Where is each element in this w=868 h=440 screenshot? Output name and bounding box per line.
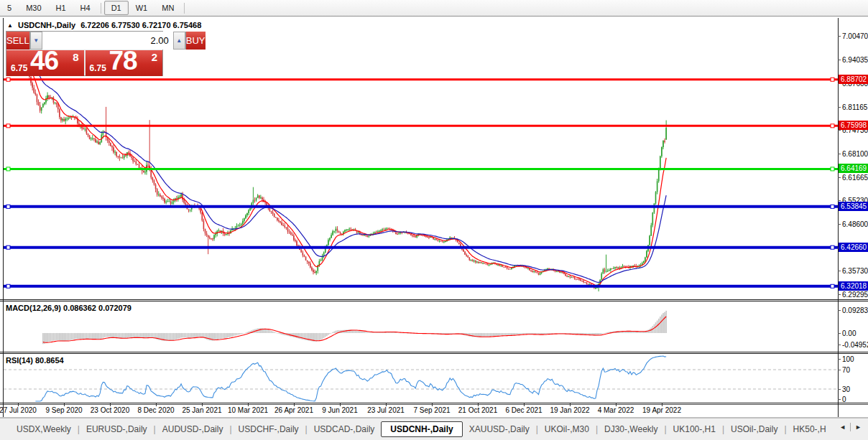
price-axis-tick: 6.48600 [842,220,868,228]
date-axis-label: 19 Jan 2022 [550,406,589,414]
price-axis-tickmark [838,154,841,154]
panel-separator [0,353,868,354]
date-axis-label: 4 Mar 2022 [598,406,634,414]
chart-tab-dj30-weekly[interactable]: DJ30-,Weekly [598,424,664,434]
timeframe-bar: 5M30H1H4D1W1MN [0,0,868,17]
chart-tab-hk50-h[interactable]: HK50-,H [787,424,833,434]
date-axis-label: 10 Mar 2021 [228,406,268,414]
price-axis-tickmark [838,271,841,271]
chart-tab-uk100-h1[interactable]: UK100-,H1 [667,424,722,434]
sell-price-big: 46 [30,50,58,76]
panel-separator [0,301,868,301]
indicator-axis-tickmark [838,399,841,400]
price-axis-tickmark [838,130,841,131]
indicator-axis-tick: 0 [842,395,846,403]
price-axis-tick: 6.81165 [842,103,867,111]
tabs-scroll-right-button[interactable]: ► [851,422,865,432]
date-axis-label: 26 Apr 2021 [274,406,313,414]
date-axis-label: 21 Oct 2021 [458,406,497,414]
buy-button[interactable]: BUY [186,32,206,50]
panel-separator[interactable] [0,352,868,352]
rsi-label: RSI(14) 80.8654 [6,356,64,365]
price-level-badge: 6.75998 [839,121,868,130]
volume-input[interactable] [42,32,173,50]
indicator-axis-tick: 30 [842,385,850,393]
indicator-axis-tickmark [838,333,841,334]
price-axis-tick: 6.35730 [842,267,868,275]
sell-price-prefix: 6.75 [11,63,27,73]
toolbar-separator [184,3,185,14]
collapse-arrow-icon[interactable]: ▲ [7,22,13,29]
chart-ohlc-values: 6.72206 6.77530 6.72170 6.75468 [80,21,201,29]
price-axis-tickmark [838,294,841,295]
price-level-badge: 6.64169 [839,164,868,173]
price-axis-tickmark [838,60,841,60]
price-axis-tickmark [838,177,841,178]
buy-price-pip: 2 [152,51,157,63]
timeframe-M30[interactable]: M30 [19,1,48,15]
price-axis-tickmark [838,36,841,37]
price-level-badge: 6.53845 [839,202,868,211]
indicator-axis-tick: 0.00 [842,329,856,337]
sell-button[interactable]: SELL [6,32,29,50]
chart-tab-usoil-daily[interactable]: USOil-,Daily [724,424,784,434]
timeframe-H4[interactable]: H4 [73,1,98,15]
indicator-axis-tickmark [838,345,841,345]
chart-title: ▲ USDCNH-,Daily 6.72206 6.77530 6.72170 … [7,21,204,29]
price-axis-tick: 6.68100 [842,150,868,158]
price-axis-tick: 6.94035 [842,56,868,64]
one-click-trade-panel: SELL ▼ ▲ BUY 6.75 46 8 6.75 78 2 [6,31,163,76]
date-axis-label: 25 Jan 2021 [182,406,221,414]
indicator-axis-tickmark [838,359,841,360]
chart-tab-audusd-daily[interactable]: AUDUSD-,Daily [156,424,230,434]
plot-left-border [3,18,4,417]
buy-quote[interactable]: 6.75 78 2 [86,50,163,76]
chart-tab-eurusd-daily[interactable]: EURUSD-,Daily [80,424,154,434]
indicator-axis-tick: 70 [842,366,850,374]
indicator-axis-tickmark [838,370,841,370]
chart-tab-usdcnh-daily[interactable]: USDCNH-,Daily [381,421,462,437]
price-level-badge: 6.42660 [839,243,868,252]
date-axis-label: 9 Sep 2020 [45,406,82,414]
buy-price-big: 78 [109,50,137,76]
panel-separator[interactable] [0,299,868,300]
timeframe-H1[interactable]: H1 [49,1,73,15]
volume-decrease-button[interactable]: ▼ [30,32,42,50]
date-axis-label: 23 Oct 2020 [91,406,129,414]
panel-separator [0,404,868,405]
chart-tab-usdchf-daily[interactable]: USDCHF-,Daily [232,424,305,434]
indicator-axis-tickmark [838,310,841,311]
mt4-chart-window: 5M30H1H4D1W1MN ▲ USDCNH-,Daily 6.72206 6… [0,0,868,440]
chart-tab-usdcad-daily[interactable]: USDCAD-,Daily [308,424,382,434]
chart-tab-bar: USDX,Weekly|EURUSD-,Daily|AUDUSD-,Daily|… [0,418,868,440]
date-axis-label: 27 Jul 2020 [0,406,37,414]
date-axis-label: 19 Apr 2022 [642,406,681,414]
indicator-axis-tick: 0.092832 [842,306,868,314]
sell-quote[interactable]: 6.75 46 8 [6,50,84,76]
macd-label: MACD(12,26,9) 0.086362 0.072079 [6,304,131,312]
volume-increase-button[interactable]: ▲ [173,32,185,50]
price-level-badge: 6.88702 [839,75,868,84]
price-axis-tick: 6.61665 [842,174,868,182]
date-axis-label: 7 Sep 2021 [413,406,450,414]
date-axis-label: 9 Jun 2021 [322,406,358,414]
tabs-scroll-left-button[interactable]: ◄ [836,422,849,432]
price-axis-tickmark [838,107,841,108]
price-axis-tick: 7.00470 [842,32,868,40]
price-axis-tick: 6.29295 [842,291,868,299]
volume-spinner: ▼ ▲ [29,32,186,50]
chart-tab-xauusd-daily[interactable]: XAUUSD-,Daily [463,424,536,434]
panel-separator[interactable] [0,403,868,403]
chart-tab-ukoil-m30[interactable]: UKOil-,M30 [538,424,596,434]
timeframe-MN[interactable]: MN [154,1,181,15]
date-axis-label: 8 Dec 2020 [137,406,174,414]
price-level-badge: 6.32018 [839,281,868,291]
timeframe-D1[interactable]: D1 [104,1,129,15]
date-axis-label: 23 Jul 2021 [367,406,405,414]
chart-tab-usdx-weekly[interactable]: USDX,Weekly [10,424,78,434]
timeframe-W1[interactable]: W1 [129,1,155,15]
timeframe-5[interactable]: 5 [0,1,19,15]
tab-scroll-divider [850,423,851,431]
indicator-axis-tickmark [838,389,841,390]
price-axis-tickmark [838,224,841,225]
